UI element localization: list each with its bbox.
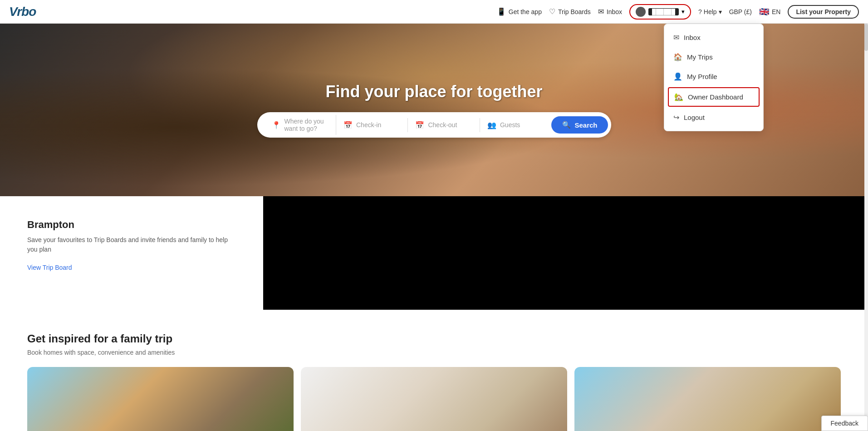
inbox-dropdown-icon: ✉	[673, 33, 679, 42]
currency-label: GBP (£)	[729, 8, 752, 15]
guests-placeholder: Guests	[500, 121, 520, 129]
dropdown-logout-label: Logout	[684, 114, 705, 121]
checkin-placeholder: Check-in	[356, 121, 381, 129]
checkin-field[interactable]: 📅 Check-in	[336, 118, 408, 132]
trip-board-description: Save your favourites to Trip Boards and …	[27, 235, 236, 254]
checkin-calendar-icon: 📅	[343, 121, 353, 129]
search-icon: 🔍	[562, 121, 571, 129]
list-property-button[interactable]: List your Property	[788, 5, 859, 19]
inbox-label: Inbox	[607, 8, 622, 15]
trip-board-section: Brampton Save your favourites to Trip Bo…	[0, 196, 868, 310]
search-button[interactable]: 🔍 Search	[551, 116, 608, 134]
get-app-link[interactable]: 📱 Get the app	[497, 7, 542, 16]
checkout-placeholder: Check-out	[428, 121, 457, 129]
guests-icon: 👥	[487, 121, 496, 129]
help-chevron-icon: ▾	[719, 8, 722, 15]
destination-placeholder: Where do you want to go?	[284, 118, 329, 132]
my-trips-icon: 🏠	[673, 53, 682, 61]
header-nav: 📱 Get the app ♡ Trip Boards ✉ Inbox ████…	[497, 4, 859, 20]
location-icon: 📍	[272, 121, 281, 129]
dropdown-my-trips-label: My Trips	[687, 53, 713, 61]
property-cards-row	[27, 367, 841, 431]
inspiration-section: Get inspired for a family trip Book home…	[0, 310, 868, 431]
language-selector[interactable]: 🇬🇧 EN	[759, 7, 780, 17]
help-label: Help	[704, 8, 717, 15]
trip-board-title: Brampton	[27, 219, 236, 231]
profile-dropdown: ✉ Inbox 🏠 My Trips 👤 My Profile 🏡 Owner …	[664, 24, 764, 131]
help-button[interactable]: ? Help ▾	[698, 8, 722, 15]
my-profile-icon: 👤	[673, 72, 682, 81]
trip-boards-link[interactable]: ♡ Trip Boards	[549, 7, 591, 16]
dropdown-inbox-label: Inbox	[684, 34, 701, 41]
view-trip-board-link[interactable]: View Trip Board	[27, 264, 72, 271]
mobile-icon: 📱	[497, 7, 506, 16]
logout-icon: ↪	[673, 113, 679, 122]
profile-button[interactable]: ██████ ▾	[629, 4, 691, 20]
dropdown-owner-dashboard[interactable]: 🏡 Owner Dashboard	[668, 87, 760, 107]
trip-board-image	[263, 196, 868, 310]
dropdown-inbox[interactable]: ✉ Inbox	[664, 28, 763, 47]
vrbo-logo[interactable]: Vrbo	[9, 5, 36, 19]
username-badge: ██████	[648, 8, 679, 15]
destination-field[interactable]: 📍 Where do you want to go?	[265, 115, 336, 135]
search-button-label: Search	[574, 121, 597, 129]
trip-board-info: Brampton Save your favourites to Trip Bo…	[0, 196, 263, 310]
inspiration-description: Book homes with space, convenience and a…	[27, 349, 841, 356]
inspiration-title: Get inspired for a family trip	[27, 332, 841, 345]
dropdown-my-trips[interactable]: 🏠 My Trips	[664, 47, 763, 67]
dropdown-owner-dashboard-label: Owner Dashboard	[688, 93, 743, 101]
chevron-down-icon: ▾	[682, 8, 685, 15]
dropdown-logout[interactable]: ↪ Logout	[664, 108, 763, 127]
envelope-icon: ✉	[598, 7, 604, 16]
heart-icon: ♡	[549, 7, 555, 16]
question-icon: ?	[698, 8, 702, 15]
search-bar: 📍 Where do you want to go? 📅 Check-in 📅 …	[257, 112, 611, 138]
checkout-field[interactable]: 📅 Check-out	[408, 118, 480, 132]
currency-selector[interactable]: GBP (£)	[729, 8, 752, 15]
guests-field[interactable]: 👥 Guests	[480, 118, 551, 132]
dropdown-my-profile-label: My Profile	[687, 73, 717, 80]
language-label: EN	[772, 8, 780, 15]
avatar	[636, 7, 646, 17]
checkout-calendar-icon: 📅	[415, 121, 424, 129]
dropdown-my-profile[interactable]: 👤 My Profile	[664, 67, 763, 86]
uk-flag-icon: 🇬🇧	[759, 7, 769, 17]
owner-dashboard-icon: 🏡	[674, 93, 683, 101]
trip-boards-label: Trip Boards	[558, 8, 591, 15]
inbox-link[interactable]: ✉ Inbox	[598, 7, 622, 16]
feedback-button[interactable]: Feedback	[821, 416, 868, 431]
property-card-2[interactable]	[301, 367, 567, 431]
hero-title: Find your place for together	[325, 82, 542, 101]
property-card-3[interactable]	[574, 367, 841, 431]
property-card-1[interactable]	[27, 367, 294, 431]
header: Vrbo 📱 Get the app ♡ Trip Boards ✉ Inbox…	[0, 0, 868, 24]
get-app-label: Get the app	[509, 8, 542, 15]
